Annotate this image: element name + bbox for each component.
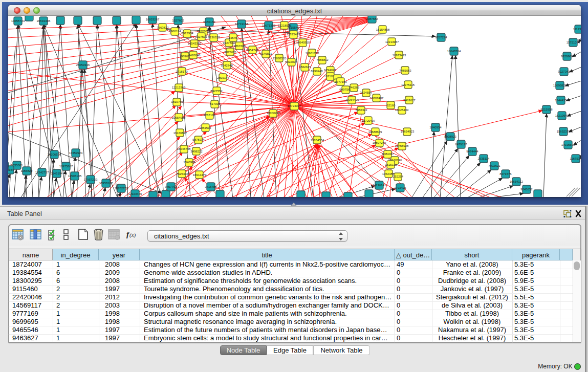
svg-text:10958107: 10958107 — [99, 182, 113, 185]
svg-text:10654985: 10654985 — [172, 116, 186, 119]
svg-text:12213967: 12213967 — [385, 40, 399, 43]
svg-text:7932621: 7932621 — [488, 164, 500, 167]
svg-text:1540994: 1540994 — [183, 161, 195, 164]
svg-text:10975867: 10975867 — [59, 165, 73, 168]
svg-text:817006: 817006 — [210, 102, 221, 105]
svg-text:2935114: 2935114 — [478, 157, 490, 160]
svg-text:20691406: 20691406 — [37, 19, 51, 23]
svg-text:26053346: 26053346 — [76, 63, 90, 67]
svg-text:3624554: 3624554 — [360, 91, 372, 94]
svg-text:16046798: 16046798 — [177, 147, 191, 150]
svg-text:14055724: 14055724 — [11, 19, 25, 23]
svg-text:23226058: 23226058 — [197, 30, 211, 33]
svg-text:9777169: 9777169 — [335, 80, 347, 83]
svg-text:6479197: 6479197 — [455, 143, 467, 146]
svg-text:10025433: 10025433 — [395, 108, 409, 112]
svg-text:16543382: 16543382 — [188, 42, 202, 45]
svg-text:39154: 39154 — [8, 168, 14, 171]
svg-text:12213369: 12213369 — [172, 86, 186, 89]
svg-text:9084067: 9084067 — [382, 152, 394, 156]
svg-text:15720407: 15720407 — [362, 119, 376, 122]
svg-text:9329966: 9329966 — [561, 55, 573, 58]
svg-text:9327503: 9327503 — [195, 35, 207, 38]
svg-text:1167534: 1167534 — [570, 157, 581, 160]
svg-text:10807487: 10807487 — [370, 97, 384, 100]
svg-text:9245652: 9245652 — [520, 188, 533, 191]
svg-text:19166827: 19166827 — [173, 132, 187, 135]
svg-text:10719155: 10719155 — [235, 23, 249, 26]
svg-text:12505135: 12505135 — [68, 174, 82, 178]
svg-text:7625402: 7625402 — [176, 172, 188, 176]
svg-text:12093823: 12093823 — [553, 84, 567, 87]
svg-text:2867608: 2867608 — [233, 45, 246, 48]
svg-text:10961758: 10961758 — [306, 52, 319, 55]
svg-text:5878334: 5878334 — [192, 138, 205, 141]
svg-text:19654923: 19654923 — [401, 130, 415, 133]
svg-text:1733426: 1733426 — [394, 186, 406, 189]
svg-text:10973493: 10973493 — [393, 54, 406, 57]
svg-text:16914479: 16914479 — [193, 173, 207, 177]
svg-text:13546: 13546 — [229, 36, 237, 39]
svg-text:1840954: 1840954 — [429, 126, 442, 129]
svg-text:8136328: 8136328 — [208, 36, 220, 39]
svg-text:8215958: 8215958 — [540, 108, 553, 111]
svg-text:12342737: 12342737 — [35, 171, 49, 174]
svg-text:15692371: 15692371 — [557, 130, 571, 133]
svg-text:9146821: 9146821 — [260, 52, 272, 55]
svg-text:16648764: 16648764 — [447, 50, 461, 53]
svg-text:7663822: 7663822 — [157, 26, 169, 29]
svg-text:62160: 62160 — [387, 104, 396, 107]
svg-text:8454749: 8454749 — [246, 49, 258, 52]
svg-text:1145194: 1145194 — [51, 172, 63, 175]
svg-text:6794028: 6794028 — [324, 69, 336, 72]
svg-text:1615132: 1615132 — [385, 163, 397, 166]
svg-text:10853267: 10853267 — [146, 18, 160, 21]
svg-text:16154808: 16154808 — [376, 28, 390, 31]
svg-text:14136141: 14136141 — [373, 184, 386, 187]
svg-text:5938923: 5938923 — [444, 135, 456, 138]
svg-text:18640910: 18640910 — [296, 41, 310, 44]
svg-text:7986322: 7986322 — [355, 108, 367, 112]
svg-text:3267130: 3267130 — [203, 114, 215, 117]
svg-text:13325419: 13325419 — [287, 33, 300, 36]
svg-text:18724007: 18724007 — [288, 104, 301, 107]
svg-text:18807249: 18807249 — [373, 141, 386, 144]
svg-text:19756928: 19756928 — [395, 144, 409, 147]
svg-text:9474444: 9474444 — [466, 150, 478, 153]
svg-text:12218596: 12218596 — [278, 24, 292, 27]
svg-text:1353594: 1353594 — [199, 126, 211, 129]
svg-text:1244415: 1244415 — [555, 99, 567, 102]
svg-text:8427552: 8427552 — [210, 90, 223, 93]
svg-text:1527602: 1527602 — [172, 19, 184, 22]
svg-text:252254: 252254 — [393, 175, 404, 178]
svg-text:12975115: 12975115 — [401, 83, 415, 86]
svg-text:12923446: 12923446 — [128, 192, 142, 195]
svg-text:5322037: 5322037 — [285, 60, 297, 63]
svg-text:6466160: 6466160 — [203, 20, 215, 24]
svg-text:1562615: 1562615 — [299, 65, 311, 69]
svg-text:8990448: 8990448 — [311, 70, 323, 73]
svg-text:2718170: 2718170 — [176, 70, 188, 73]
svg-text:17359924: 17359924 — [69, 151, 83, 155]
svg-text:10654112: 10654112 — [510, 180, 524, 183]
svg-text:2087682: 2087682 — [366, 17, 378, 20]
svg-text:8912954: 8912954 — [181, 32, 193, 35]
svg-text:9357224: 9357224 — [435, 36, 447, 39]
svg-text:8471676: 8471676 — [499, 172, 512, 176]
svg-text:19384554: 19384554 — [311, 139, 324, 142]
svg-text:7485063: 7485063 — [399, 69, 411, 72]
svg-text:(x): (x) — [129, 232, 136, 238]
svg-text:8960124: 8960124 — [169, 30, 181, 33]
svg-text:9242848: 9242848 — [221, 64, 233, 67]
svg-text:746266: 746266 — [349, 86, 360, 89]
svg-text:3875685: 3875685 — [224, 51, 236, 54]
svg-text:3716485: 3716485 — [205, 185, 217, 188]
svg-text:17016504: 17016504 — [561, 143, 575, 146]
svg-text:7955812: 7955812 — [316, 58, 329, 61]
svg-text:20364436: 20364436 — [345, 98, 359, 101]
svg-text:17957223: 17957223 — [84, 178, 98, 181]
svg-text:9457791: 9457791 — [165, 185, 177, 188]
svg-text:2803144: 2803144 — [217, 76, 229, 79]
svg-text:1156829: 1156829 — [21, 169, 33, 172]
svg-text:20206536: 20206536 — [48, 153, 61, 156]
